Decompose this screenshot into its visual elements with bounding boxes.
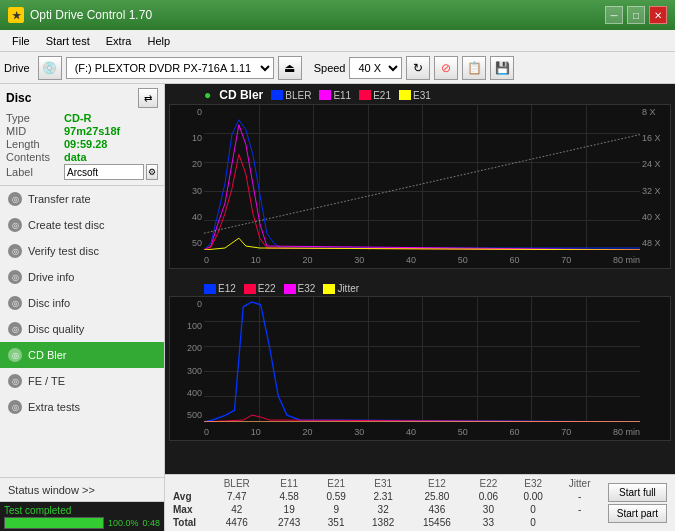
chart1-y-axis-right: 48 X 40 X 32 X 24 X 16 X 8 X <box>640 105 670 250</box>
disc-length-row: Length 09:59.28 <box>6 138 158 150</box>
jitter-color <box>323 284 335 294</box>
status-window-button[interactable]: Status window >> <box>0 478 164 502</box>
total-e21: 351 <box>314 516 359 529</box>
avg-e22: 0.06 <box>466 490 511 503</box>
chart1-legend-e11: E11 <box>319 90 351 101</box>
maximize-button[interactable]: □ <box>627 6 645 24</box>
avg-e12: 25.80 <box>408 490 466 503</box>
stats-main: BLER E11 E21 E31 E12 E22 E32 Jitter <box>169 477 604 529</box>
max-e31: 32 <box>359 503 408 516</box>
bler-label: BLER <box>285 90 311 101</box>
menu-help[interactable]: Help <box>139 33 178 49</box>
sidebar-item-disc-info[interactable]: ◎ Disc info <box>0 290 164 316</box>
fe-te-icon: ◎ <box>8 374 22 388</box>
speed-select[interactable]: 40 X <box>349 57 402 79</box>
disc-length-value: 09:59.28 <box>64 138 107 150</box>
menu-extra[interactable]: Extra <box>98 33 140 49</box>
save-button[interactable]: 💾 <box>490 56 514 80</box>
avg-e11: 4.58 <box>265 490 314 503</box>
sidebar-item-verify-test-disc[interactable]: ◎ Verify test disc <box>0 238 164 264</box>
total-e11: 2743 <box>265 516 314 529</box>
menu-file[interactable]: File <box>4 33 38 49</box>
max-e22: 30 <box>466 503 511 516</box>
drive-info-icon: ◎ <box>8 270 22 284</box>
col-header-e32: E32 <box>511 477 556 490</box>
main-layout: Disc ⇄ Type CD-R MID 97m27s18f Length 09… <box>0 84 675 531</box>
stats-header-row: BLER E11 E21 E31 E12 E22 E32 Jitter <box>169 477 604 490</box>
avg-e21: 0.59 <box>314 490 359 503</box>
e21-label: E21 <box>373 90 391 101</box>
chart1-title: CD Bler <box>219 88 263 102</box>
verify-test-disc-icon: ◎ <box>8 244 22 258</box>
menu-start-test[interactable]: Start test <box>38 33 98 49</box>
disc-type-value: CD-R <box>64 112 92 124</box>
eject-button[interactable]: ⏏ <box>278 56 302 80</box>
close-button[interactable]: ✕ <box>649 6 667 24</box>
chart1-area: 50 40 30 20 10 0 48 X 40 X 32 X 24 X 16 … <box>169 104 671 269</box>
app-icon: ★ <box>8 7 24 23</box>
col-header-jitter: Jitter <box>556 477 604 490</box>
chart2-legend-e12: E12 <box>204 283 236 294</box>
col-header-e11: E11 <box>265 477 314 490</box>
max-jitter: - <box>556 503 604 516</box>
disc-length-label: Length <box>6 138 64 150</box>
sidebar-item-drive-info[interactable]: ◎ Drive info <box>0 264 164 290</box>
chart2-area: 500 400 300 200 100 0 <box>169 296 671 441</box>
max-e11: 19 <box>265 503 314 516</box>
sidebar-item-fe-te[interactable]: ◎ FE / TE <box>0 368 164 394</box>
max-e12: 436 <box>408 503 466 516</box>
copy-button[interactable]: 📋 <box>462 56 486 80</box>
create-test-disc-icon: ◎ <box>8 218 22 232</box>
transfer-rate-icon: ◎ <box>8 192 22 206</box>
stats-avg-row: Avg 7.47 4.58 0.59 2.31 25.80 0.06 0.00 … <box>169 490 604 503</box>
sidebar-item-label: Verify test disc <box>28 245 99 257</box>
disc-contents-row: Contents data <box>6 151 158 163</box>
chart1-container: ● CD Bler BLER E11 E21 E31 <box>165 84 675 279</box>
e11-label: E11 <box>333 90 351 101</box>
disc-contents-label: Contents <box>6 151 64 163</box>
chart2-legend-e22: E22 <box>244 283 276 294</box>
sidebar-item-label: Create test disc <box>28 219 104 231</box>
disc-label-input[interactable] <box>64 164 144 180</box>
refresh-button[interactable]: ↻ <box>406 56 430 80</box>
stats-area: BLER E11 E21 E31 E12 E22 E32 Jitter <box>165 474 675 531</box>
e21-color <box>359 90 371 100</box>
e32-label: E32 <box>298 283 316 294</box>
avg-e32: 0.00 <box>511 490 556 503</box>
minimize-button[interactable]: ─ <box>605 6 623 24</box>
disc-type-row: Type CD-R <box>6 112 158 124</box>
start-full-button[interactable]: Start full <box>608 483 667 502</box>
chart1-legend-bler: BLER <box>271 90 311 101</box>
speed-label: Speed <box>314 62 346 74</box>
disc-quality-icon: ◎ <box>8 322 22 336</box>
sidebar-item-disc-quality[interactable]: ◎ Disc quality <box>0 316 164 342</box>
e22-label: E22 <box>258 283 276 294</box>
sidebar-item-label: CD Bler <box>28 349 67 361</box>
stats-buttons: Start full Start part <box>604 477 671 529</box>
chart1-legend-e21: E21 <box>359 90 391 101</box>
drive-select[interactable]: (F:) PLEXTOR DVDR PX-716A 1.11 <box>66 57 274 79</box>
e31-label: E31 <box>413 90 431 101</box>
e11-color <box>319 90 331 100</box>
drive-icon: 💿 <box>38 56 62 80</box>
sidebar-item-extra-tests[interactable]: ◎ Extra tests <box>0 394 164 420</box>
total-bler: 4476 <box>209 516 265 529</box>
stats-row: BLER E11 E21 E31 E12 E22 E32 Jitter <box>169 477 671 529</box>
progress-bar <box>4 517 104 529</box>
start-part-button[interactable]: Start part <box>608 504 667 523</box>
label-settings-button[interactable]: ⚙ <box>146 164 158 180</box>
disc-label-row: Label ⚙ <box>6 164 158 180</box>
erase-button[interactable]: ⊘ <box>434 56 458 80</box>
disc-label-label: Label <box>6 166 64 178</box>
chart2-container: E12 E22 E32 Jitter 500 <box>165 279 675 474</box>
sidebar-item-label: Transfer rate <box>28 193 91 205</box>
disc-eject-button[interactable]: ⇄ <box>138 88 158 108</box>
sidebar-item-label: Extra tests <box>28 401 80 413</box>
total-label: Total <box>169 516 209 529</box>
disc-contents-value: data <box>64 151 87 163</box>
sidebar-item-cd-bler[interactable]: ◎ CD Bler <box>0 342 164 368</box>
sidebar-item-create-test-disc[interactable]: ◎ Create test disc <box>0 212 164 238</box>
max-label: Max <box>169 503 209 516</box>
total-jitter <box>556 516 604 529</box>
sidebar-item-transfer-rate[interactable]: ◎ Transfer rate <box>0 186 164 212</box>
